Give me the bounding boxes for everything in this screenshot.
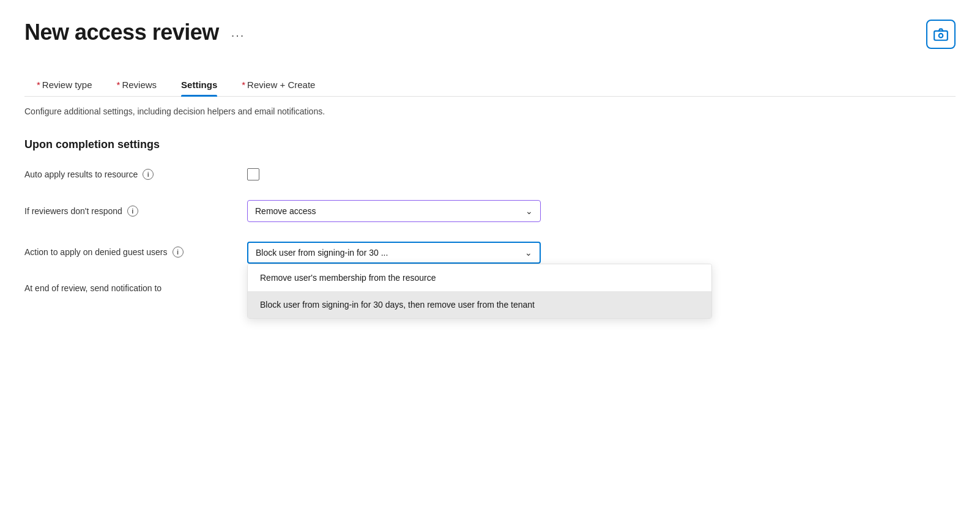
auto-apply-row: Auto apply results to resource i: [24, 168, 575, 180]
reviewers-respond-selected-value: Remove access: [255, 206, 316, 216]
required-star-3: *: [242, 80, 245, 90]
tab-reviews[interactable]: * Reviews: [105, 73, 169, 96]
settings-form: Auto apply results to resource i If revi…: [24, 168, 575, 293]
denied-guest-info-icon[interactable]: i: [173, 247, 184, 258]
denied-guest-chevron: ⌄: [525, 248, 532, 258]
denied-guest-dropdown-container: Block user from signing-in for 30 ... ⌄ …: [247, 242, 541, 264]
top-bar: New access review ...: [24, 20, 956, 49]
tab-review-type[interactable]: * Review type: [24, 73, 105, 96]
auto-apply-checkbox[interactable]: [247, 168, 259, 180]
dropdown-option-block-user[interactable]: Block user from signing-in for 30 days, …: [248, 291, 711, 318]
section-heading: Upon completion settings: [24, 138, 956, 151]
reviewers-respond-label: If reviewers don't respond i: [24, 206, 232, 217]
camera-icon: [933, 26, 949, 42]
tab-review-create-label: Review + Create: [247, 80, 315, 90]
svg-rect-0: [934, 31, 948, 40]
option-block-user-label: Block user from signing-in for 30 days, …: [260, 300, 535, 310]
dropdown-option-remove-membership[interactable]: Remove user's membership from the resour…: [248, 264, 711, 291]
page-container: New access review ... * Review type * Re…: [0, 0, 980, 313]
ellipsis-button[interactable]: ...: [226, 24, 250, 41]
reviewers-respond-chevron: ⌄: [525, 206, 533, 216]
reviewers-respond-info-icon[interactable]: i: [127, 206, 138, 217]
auto-apply-label: Auto apply results to resource i: [24, 169, 232, 180]
svg-point-1: [939, 34, 943, 37]
denied-guest-dropdown[interactable]: Block user from signing-in for 30 ... ⌄: [247, 242, 541, 264]
tab-review-type-label: Review type: [42, 80, 92, 90]
reviewers-respond-label-text: If reviewers don't respond: [24, 206, 122, 216]
camera-button[interactable]: [926, 20, 956, 49]
required-star-2: *: [117, 80, 121, 90]
option-remove-membership-label: Remove user's membership from the resour…: [260, 273, 436, 283]
tab-settings[interactable]: Settings: [169, 73, 229, 96]
denied-guest-row: Action to apply on denied guest users i …: [24, 242, 575, 264]
page-title: New access review: [24, 20, 219, 45]
required-star: *: [37, 80, 40, 90]
description-text: Configure additional settings, including…: [24, 106, 956, 116]
tab-settings-label: Settings: [181, 80, 217, 90]
denied-guest-selected-value: Block user from signing-in for 30 ...: [256, 248, 388, 258]
auto-apply-info-icon[interactable]: i: [143, 169, 154, 180]
send-notification-label-text: At end of review, send notification to: [24, 283, 161, 293]
send-notification-label: At end of review, send notification to: [24, 283, 232, 293]
auto-apply-label-text: Auto apply results to resource: [24, 169, 138, 179]
tabs-nav: * Review type * Reviews Settings * Revie…: [24, 73, 956, 97]
tab-review-create[interactable]: * Review + Create: [229, 73, 327, 96]
tab-reviews-label: Reviews: [122, 80, 157, 90]
denied-guest-label: Action to apply on denied guest users i: [24, 242, 232, 258]
reviewers-respond-row: If reviewers don't respond i Remove acce…: [24, 200, 575, 222]
page-title-area: New access review ...: [24, 20, 250, 45]
denied-guest-dropdown-menu: Remove user's membership from the resour…: [247, 264, 712, 319]
denied-guest-label-text: Action to apply on denied guest users: [24, 247, 168, 257]
reviewers-respond-dropdown-container: Remove access ⌄: [247, 200, 541, 222]
reviewers-respond-dropdown[interactable]: Remove access ⌄: [247, 200, 541, 222]
